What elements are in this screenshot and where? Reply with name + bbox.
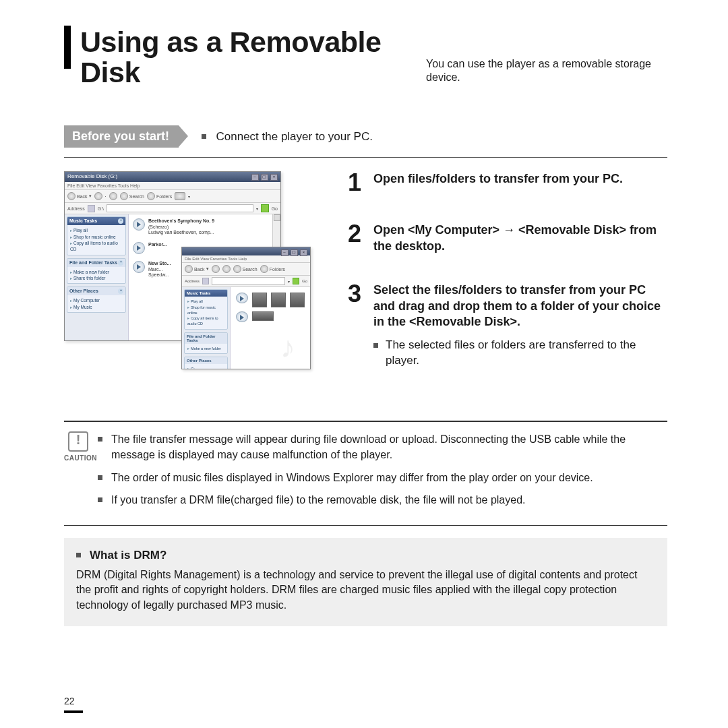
address-bar: Address G:\ ▾ Go [65,203,280,214]
go-icon [293,278,299,284]
panel-title: File and Folder Tasks [187,334,225,342]
back-button-label: Back [77,194,88,199]
file-title: Parkor... [148,242,167,247]
back-icon [185,265,193,273]
step-3: 3 Select the files/folders to transfer f… [348,282,667,367]
maximize-icon: ▢ [291,249,298,256]
music-tasks-panel: Music Tasks Play all Shop for music onli… [184,289,228,329]
panel-item: Shop for music online [187,305,224,315]
minimize-icon: – [281,249,289,256]
collapse-icon: ⌃ [118,260,123,266]
page-header: Using as a Removable Disk You can use th… [80,27,667,88]
forward-icon [94,192,102,200]
folders-icon [260,265,268,273]
up-icon [109,192,117,200]
music-note-icon [283,334,306,365]
step-number: 3 [348,282,373,367]
panel-item: G: [187,366,224,369]
file-folder-tasks-panel: File and Folder Tasks⌃ Make a new folder… [67,258,126,284]
search-icon [120,192,128,200]
caution-list: The file transfer message will appear du… [98,431,667,514]
address-input [212,277,285,285]
step-number: 2 [348,222,373,254]
square-bullet-icon [202,134,206,139]
window-controls: – ▢ × [280,249,307,254]
panel-title: File and Folder Tasks [69,260,117,266]
panel-item: Shop for music online [70,234,123,240]
page-number: 22 [64,696,75,706]
page-subtitle: You can use the player as a removable st… [426,57,667,86]
music-file-icon [133,242,145,254]
close-icon: × [270,174,278,181]
address-label: Address [67,206,85,211]
file-artist: Speedw... [148,272,169,277]
caution-badge: CAUTION [64,431,92,514]
window-title: Removable Disk (G:) [67,173,117,181]
before-text: Connect the player to your PC. [216,130,372,143]
window-menubar: File Edit View Favorites Tools Help [65,182,280,189]
window-toolbar: Back ▾ · Search Folders ▾ [65,189,280,203]
minimize-icon: – [251,174,259,181]
panel-item: Play all [70,227,123,233]
file-item: Beethoven's Symphony No. 9(Scherzo)Ludwi… [133,218,276,235]
panel-item: Copy all items to audio CD [187,315,224,326]
explorer-sidebar: Music Tasks Play all Shop for music onli… [182,287,231,369]
music-file-icon [236,293,248,303]
go-button-label: Go [272,206,278,211]
collapse-icon: ⌃ [118,218,123,224]
views-icon [175,192,185,200]
panel-item: Share this folder [70,275,123,281]
panel-item: My Music [70,304,123,310]
caution-item: The order of music files displayed in Wi… [98,470,667,485]
caution-icon [68,431,88,452]
panel-item: My Computer [70,297,123,303]
up-icon [222,265,231,273]
music-tasks-panel: Music Tasks⌃ Play all Shop for music onl… [67,216,126,255]
folders-button-label: Folders [270,267,285,272]
thumbnail-icon [252,293,267,307]
forward-icon [212,265,220,273]
panel-title: Other Places [69,289,98,294]
music-file-icon [133,218,145,231]
panel-item: Copy all items to audio CD [70,240,123,252]
caution-block: CAUTION The file transfer message will a… [64,421,667,526]
drm-title: What is DRM? [76,549,655,562]
address-bar: Address ▾ Go [182,276,310,287]
drm-body: DRM (Digital Rights Management) is a tec… [76,568,655,613]
file-title: Beethoven's Symphony No. 9 [148,218,214,224]
window-menubar: File Edit View Favorites Tools Help [182,255,310,262]
file-subtitle: Marc... [148,267,162,272]
steps-list: 1 Open files/folders to transfer from yo… [348,171,667,373]
page-title: Using as a Removable Disk [80,27,419,88]
step-1: 1 Open files/folders to transfer from yo… [348,171,667,194]
panel-item: Play all [187,299,224,305]
page-footer-bar [64,710,83,713]
explorer-content [231,287,310,369]
thumbnail-icon [290,293,305,307]
music-file-icon [133,261,145,273]
file-artist: Ludwig van Beethoven, comp... [148,230,214,235]
caution-label: CAUTION [64,454,92,462]
before-item: Connect the player to your PC. [202,130,373,144]
search-icon [233,265,241,273]
step-title: Select the files/folders to transfer fro… [373,282,667,330]
other-places-panel: Other Places G: My Music My Computer My … [184,357,228,369]
file-title: New Sto... [148,261,171,266]
collapse-icon: ⌃ [118,289,123,294]
other-places-panel: Other Places⌃ My Computer My Music [67,286,126,313]
drive-icon [88,205,95,212]
window-titlebar: Removable Disk (G:) – ▢ × [65,172,280,182]
search-button-label: Search [243,267,257,272]
step-subtext: The selected files or folders are transf… [373,338,667,367]
address-value: G:\ [98,206,104,211]
panel-item: Make a new folder [70,269,123,275]
step-number: 1 [348,171,373,194]
music-file-icon [236,311,248,322]
step-2: 2 Open <My Computer> → <Removable Disk> … [348,222,667,254]
file-folder-tasks-panel: File and Folder Tasks Make a new folder [184,332,228,355]
screenshot-illustration: Removable Disk (G:) – ▢ × File Edit View… [64,171,310,373]
panel-title: Music Tasks [69,218,97,224]
back-button-label: Back [194,267,205,272]
panel-title: Music Tasks [187,291,210,295]
drm-info-box: What is DRM? DRM (Digital Rights Managem… [64,538,667,626]
